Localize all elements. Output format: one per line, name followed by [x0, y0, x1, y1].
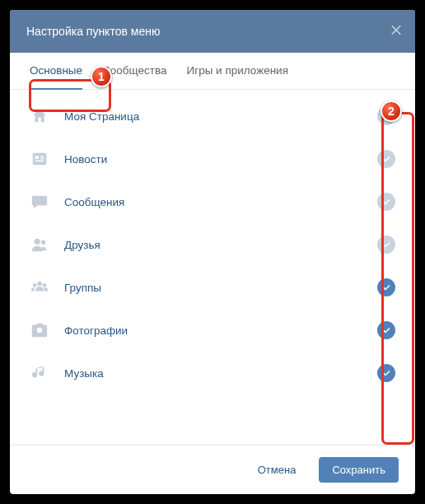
item-label: Фотографии — [64, 324, 362, 337]
check-icon — [381, 240, 391, 250]
svg-point-10 — [37, 328, 42, 333]
message-icon — [30, 192, 49, 212]
music-icon — [30, 363, 49, 383]
svg-rect-0 — [33, 153, 47, 166]
check-icon — [381, 197, 391, 207]
item-label: Друзья — [64, 239, 362, 251]
svg-rect-2 — [40, 156, 44, 156]
list-item: Фотографии — [10, 309, 415, 352]
item-label: Группы — [64, 282, 362, 294]
item-toggle[interactable] — [377, 150, 395, 168]
menu-items-list[interactable]: Моя Страница Новости Сообщения Друзья — [10, 90, 415, 445]
modal-title: Настройка пунктов меню — [26, 25, 160, 38]
check-icon — [381, 282, 391, 292]
svg-point-6 — [41, 240, 46, 245]
list-item: Новости — [10, 138, 415, 180]
tab-main[interactable]: Основные — [30, 64, 82, 90]
svg-point-9 — [43, 283, 47, 287]
friends-icon — [30, 235, 49, 254]
check-icon — [381, 325, 391, 335]
tab-communities[interactable]: Сообщества — [102, 64, 166, 90]
home-icon — [30, 106, 49, 126]
item-label: Сообщения — [64, 196, 362, 208]
modal-header: Настройка пунктов меню — [10, 10, 415, 53]
list-item: Группы — [10, 266, 415, 309]
item-toggle[interactable] — [377, 193, 395, 211]
tab-apps[interactable]: Игры и приложения — [187, 64, 288, 90]
list-item: Друзья — [10, 223, 415, 266]
modal-footer: Отмена Сохранить — [10, 445, 415, 494]
svg-point-8 — [33, 283, 37, 287]
item-label: Моя Страница — [64, 110, 362, 123]
check-icon — [381, 111, 391, 121]
check-icon — [381, 154, 391, 164]
tabs-bar: Основные Сообщества Игры и приложения — [10, 53, 415, 90]
item-label: Музыка — [64, 367, 362, 380]
groups-icon — [30, 278, 49, 297]
list-item: Моя Страница — [10, 95, 415, 138]
svg-point-7 — [37, 282, 42, 287]
list-item: Музыка — [10, 352, 415, 394]
check-icon — [381, 368, 391, 378]
item-toggle[interactable] — [377, 236, 395, 254]
svg-rect-3 — [40, 158, 44, 159]
item-toggle[interactable] — [377, 321, 395, 339]
list-container: Моя Страница Новости Сообщения Друзья — [10, 90, 415, 445]
list-item: Сообщения — [10, 180, 415, 223]
news-icon — [30, 149, 49, 169]
item-toggle[interactable] — [377, 278, 395, 296]
save-button[interactable]: Сохранить — [319, 457, 399, 483]
item-label: Новости — [64, 153, 362, 166]
close-icon — [389, 23, 404, 38]
svg-point-5 — [35, 239, 40, 245]
svg-rect-4 — [35, 161, 44, 161]
close-button[interactable] — [389, 23, 404, 40]
menu-settings-modal: Настройка пунктов меню Основные Сообщест… — [10, 10, 415, 494]
item-toggle[interactable] — [377, 107, 395, 125]
item-toggle[interactable] — [377, 364, 395, 382]
photos-icon — [30, 320, 49, 340]
cancel-button[interactable]: Отмена — [245, 457, 310, 483]
svg-rect-1 — [35, 156, 40, 159]
